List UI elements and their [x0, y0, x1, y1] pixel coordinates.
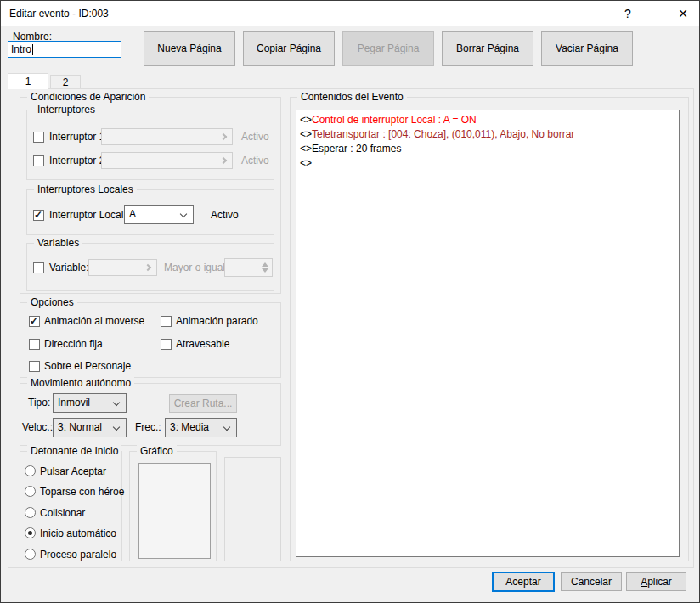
trigger-autorun-radio[interactable] — [25, 527, 36, 538]
switch1-label: Interruptor 1 — [49, 131, 104, 143]
local-switch-label: Interruptor Local — [49, 209, 123, 221]
cancel-button[interactable]: Cancelar — [561, 572, 622, 591]
trigger-player-touch-label: Toparse con héroe — [40, 486, 124, 498]
walking-anim-label: Animación al moverse — [44, 315, 144, 327]
command-text: Esperar : 20 frames — [312, 143, 401, 155]
local-switch-select[interactable]: A — [124, 205, 194, 224]
variable-label: Variable: — [49, 262, 88, 273]
movement-speed-select[interactable]: 3: Normal — [53, 418, 127, 437]
variable-value-spinner — [224, 258, 273, 277]
create-route-button: Crear Ruta... — [169, 394, 237, 413]
fixed-direction-checkbox[interactable] — [29, 339, 40, 350]
switch2-checkbox[interactable] — [33, 155, 44, 166]
graphic-preview[interactable] — [138, 463, 211, 559]
passable-label: Atravesable — [176, 338, 229, 350]
help-icon[interactable]: ? — [614, 1, 641, 26]
tab-page-2[interactable]: 2 — [50, 75, 81, 88]
delete-page-button[interactable]: Borrar Página — [442, 31, 533, 66]
variable-checkbox[interactable] — [33, 262, 44, 273]
name-value: Intro — [11, 43, 31, 55]
movement-type-label: Tipo: — [28, 397, 50, 409]
event-command-line[interactable]: <>Teletransportar : [004: Choza], (010,0… — [300, 127, 675, 142]
variables-group-title: Variables — [34, 237, 82, 249]
command-marker: <> — [300, 143, 312, 155]
stepping-anim-checkbox[interactable] — [161, 316, 172, 327]
movement-freq-label: Frec.: — [135, 421, 161, 433]
trigger-action-label: Pulsar Aceptar — [40, 465, 106, 477]
options-group-title: Opciones — [27, 296, 77, 308]
switch2-status: Activo — [241, 155, 269, 166]
trigger-group-title: Detonante de Inicio — [27, 445, 121, 457]
paste-page-button: Pegar Página — [342, 31, 434, 66]
fixed-direction-label: Dirección fija — [44, 338, 103, 350]
trigger-player-touch-radio[interactable] — [25, 486, 36, 497]
above-player-label: Sobre el Personaje — [44, 360, 131, 372]
ok-button[interactable]: Aceptar — [492, 572, 555, 592]
movement-type-select[interactable]: Inmovil — [53, 393, 127, 413]
command-text: Control de interruptor Local : A = ON — [312, 114, 477, 126]
above-player-checkbox[interactable] — [29, 361, 40, 372]
event-command-line[interactable]: <>Control de interruptor Local : A = ON — [300, 113, 675, 127]
event-command-line[interactable]: <>Esperar : 20 frames — [300, 142, 675, 156]
apply-button[interactable]: Aplicar — [626, 572, 686, 591]
stepping-anim-label: Animación parado — [176, 315, 258, 327]
local-switches-group-title: Interruptores Locales — [34, 183, 137, 195]
edit-event-dialog: Editar evento - ID:003 ? ✕ Nombre: Intro… — [0, 0, 700, 603]
apply-rest: plicar — [647, 576, 672, 588]
tab-page-1[interactable]: 1 — [8, 73, 48, 89]
name-input[interactable]: Intro — [8, 41, 121, 58]
spinner-up-icon — [262, 262, 268, 267]
dialog-title: Editar evento - ID:003 — [9, 8, 109, 20]
trigger-parallel-radio[interactable] — [25, 549, 36, 560]
conditions-group-title: Condiciones de Aparición — [27, 91, 149, 103]
close-icon[interactable]: ✕ — [667, 1, 699, 26]
local-switch-checkbox[interactable] — [33, 210, 44, 221]
event-command-line[interactable]: <> — [300, 156, 675, 171]
chevron-right-icon — [220, 133, 227, 140]
switch1-checkbox[interactable] — [33, 132, 44, 143]
switch2-label: Interruptor 2 — [49, 155, 104, 166]
passable-checkbox[interactable] — [161, 339, 172, 350]
variable-picker — [88, 259, 157, 276]
copy-page-button[interactable]: Copiar Página — [243, 31, 335, 66]
trigger-parallel-label: Proceso paralelo — [40, 549, 116, 561]
variable-condition-label: Mayor o igual — [164, 262, 225, 273]
spinner-down-icon — [262, 268, 268, 273]
clear-page-button[interactable]: Vaciar Página — [541, 31, 633, 66]
switch1-status: Activo — [241, 131, 269, 143]
switches-group-title: Interruptores — [34, 104, 99, 116]
chevron-right-icon — [144, 264, 151, 271]
movement-freq-select[interactable]: 3: Media — [165, 418, 237, 437]
local-switch-status: Activo — [211, 209, 239, 221]
command-marker: <> — [300, 128, 312, 140]
secondary-preview-box — [224, 457, 281, 561]
trigger-event-touch-radio[interactable] — [25, 507, 36, 518]
command-marker: <> — [300, 114, 312, 126]
walking-anim-checkbox[interactable] — [29, 316, 40, 327]
event-commands-list[interactable]: <>Control de interruptor Local : A = ON … — [296, 110, 680, 557]
switch1-picker — [101, 128, 233, 145]
trigger-autorun-label: Inicio automático — [40, 527, 116, 539]
text-caret — [32, 44, 33, 55]
apply-accel: A — [641, 576, 647, 588]
movement-group-title: Movimiento autónomo — [27, 377, 134, 389]
trigger-action-radio[interactable] — [25, 465, 36, 476]
graphic-group-title: Gráfico — [137, 445, 177, 457]
chevron-right-icon — [220, 157, 227, 164]
command-marker: <> — [300, 157, 312, 169]
event-contents-group-title: Contenidos del Evento — [297, 91, 407, 103]
command-text: Teletransportar : [004: Choza], (010,011… — [312, 128, 574, 140]
movement-speed-label: Veloc.: — [22, 421, 53, 433]
switch2-picker — [101, 152, 233, 169]
trigger-event-touch-label: Colisionar — [40, 507, 85, 519]
title-bar: Editar evento - ID:003 ? ✕ — [1, 1, 699, 26]
new-page-button[interactable]: Nueva Página — [144, 31, 235, 66]
